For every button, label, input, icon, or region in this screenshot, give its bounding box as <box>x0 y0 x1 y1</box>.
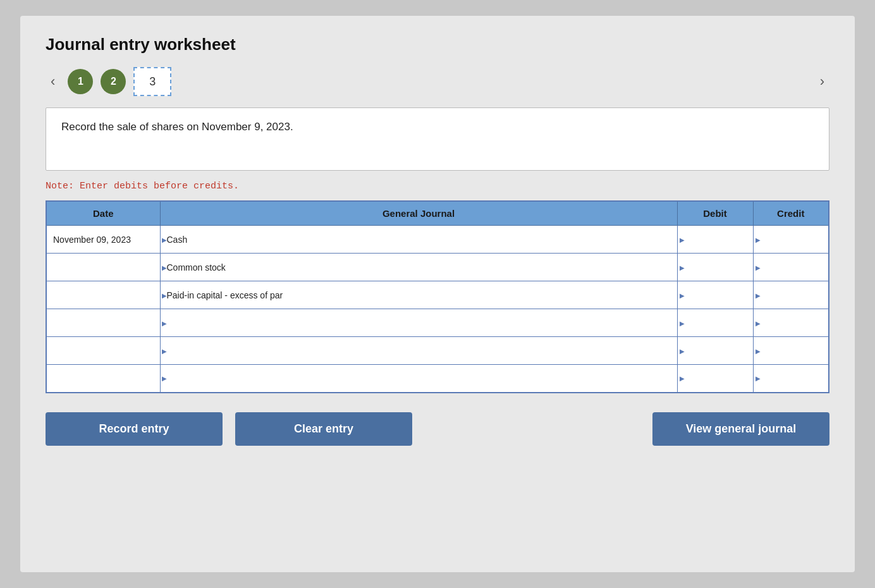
debit-cell-2[interactable] <box>677 281 753 309</box>
table-row <box>46 365 829 393</box>
credit-cell-4[interactable] <box>753 337 829 365</box>
note-text: Note: Enter debits before credits. <box>46 181 829 192</box>
journal-cell-5[interactable] <box>160 365 677 393</box>
credit-input-5[interactable] <box>754 365 829 392</box>
debit-cell-0[interactable] <box>677 226 753 254</box>
journal-table: Date General Journal Debit Credit Novemb… <box>46 200 829 393</box>
journal-input-5[interactable] <box>167 367 671 389</box>
header-credit: Credit <box>753 201 829 226</box>
debit-cell-4[interactable] <box>677 337 753 365</box>
table-row: November 09, 2023Cash <box>46 226 829 254</box>
table-row <box>46 309 829 337</box>
table-row: Paid-in capital - excess of par <box>46 281 829 309</box>
step-3[interactable]: 3 <box>133 67 171 96</box>
nav-row: ‹ 1 2 3 › <box>46 67 829 96</box>
credit-input-4[interactable] <box>754 337 829 364</box>
header-date: Date <box>46 201 160 226</box>
credit-input-3[interactable] <box>754 309 829 336</box>
prev-arrow[interactable]: ‹ <box>46 71 60 92</box>
date-input-1[interactable] <box>53 256 154 278</box>
date-input-4[interactable] <box>53 340 154 362</box>
credit-cell-1[interactable] <box>753 254 829 281</box>
description-text: Record the sale of shares on November 9,… <box>61 121 293 133</box>
credit-input-2[interactable] <box>754 281 829 309</box>
credit-input-1[interactable] <box>754 254 829 281</box>
table-row: Common stock <box>46 254 829 281</box>
journal-cell-0[interactable]: Cash <box>160 226 677 254</box>
record-entry-button[interactable]: Record entry <box>46 412 223 446</box>
credit-cell-5[interactable] <box>753 365 829 393</box>
worksheet-container: Journal entry worksheet ‹ 1 2 3 › Record… <box>20 16 855 572</box>
header-journal: General Journal <box>160 201 677 226</box>
step-2[interactable]: 2 <box>101 69 126 94</box>
date-input-3[interactable] <box>53 312 154 334</box>
description-box: Record the sale of shares on November 9,… <box>46 107 829 171</box>
debit-cell-5[interactable] <box>677 365 753 393</box>
debit-cell-3[interactable] <box>677 309 753 337</box>
journal-cell-3[interactable] <box>160 309 677 337</box>
date-input-2[interactable] <box>53 284 154 306</box>
debit-input-4[interactable] <box>678 337 753 364</box>
date-cell-4[interactable] <box>46 337 160 365</box>
journal-input-4[interactable] <box>167 340 671 362</box>
next-arrow[interactable]: › <box>815 71 829 92</box>
journal-cell-1[interactable]: Common stock <box>160 254 677 281</box>
credit-cell-3[interactable] <box>753 309 829 337</box>
debit-input-3[interactable] <box>678 309 753 336</box>
debit-input-2[interactable] <box>678 281 753 309</box>
debit-input-0[interactable] <box>678 226 753 253</box>
date-input-5[interactable] <box>53 367 154 389</box>
debit-input-1[interactable] <box>678 254 753 281</box>
journal-cell-4[interactable] <box>160 337 677 365</box>
date-cell-5[interactable] <box>46 365 160 393</box>
table-header-row: Date General Journal Debit Credit <box>46 201 829 226</box>
date-cell-3[interactable] <box>46 309 160 337</box>
table-row <box>46 337 829 365</box>
credit-input-0[interactable] <box>754 226 829 253</box>
journal-input-3[interactable] <box>167 312 671 334</box>
date-cell-2[interactable] <box>46 281 160 309</box>
step-1[interactable]: 1 <box>68 69 93 94</box>
buttons-row: Record entry Clear entry View general jo… <box>46 412 829 446</box>
credit-cell-0[interactable] <box>753 226 829 254</box>
credit-cell-2[interactable] <box>753 281 829 309</box>
journal-cell-2[interactable]: Paid-in capital - excess of par <box>160 281 677 309</box>
debit-input-5[interactable] <box>678 365 753 392</box>
clear-entry-button[interactable]: Clear entry <box>235 412 412 446</box>
debit-cell-1[interactable] <box>677 254 753 281</box>
view-general-journal-button[interactable]: View general journal <box>652 412 829 446</box>
page-title: Journal entry worksheet <box>46 35 829 54</box>
date-cell-0: November 09, 2023 <box>46 226 160 254</box>
header-debit: Debit <box>677 201 753 226</box>
date-cell-1[interactable] <box>46 254 160 281</box>
